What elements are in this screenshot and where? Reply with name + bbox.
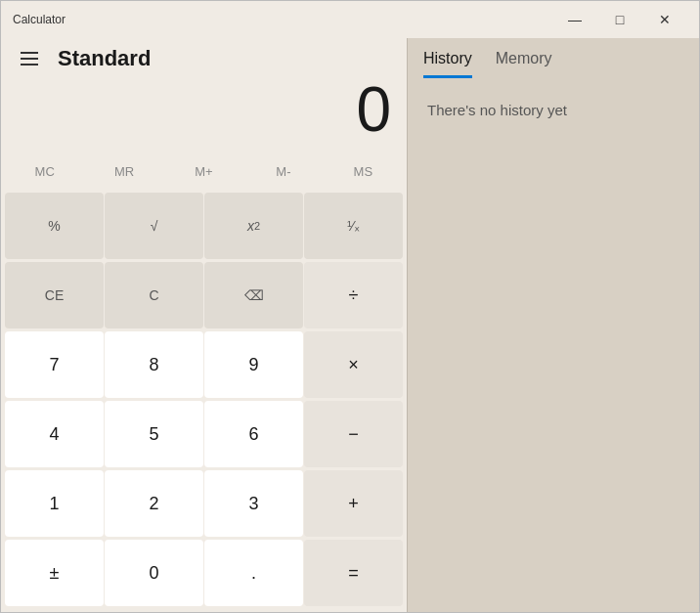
memory-minus-button[interactable]: M-: [243, 152, 323, 191]
hamburger-menu-button[interactable]: [17, 48, 42, 69]
three-button[interactable]: 3: [204, 470, 303, 537]
nine-button[interactable]: 9: [204, 331, 303, 398]
calc-header: Standard: [1, 38, 407, 75]
title-bar: Calculator — □ ✕: [1, 1, 699, 38]
subtract-button[interactable]: −: [304, 401, 403, 467]
two-button[interactable]: 2: [105, 470, 203, 537]
close-button[interactable]: ✕: [642, 1, 687, 38]
five-button[interactable]: 5: [105, 401, 203, 467]
seven-button[interactable]: 7: [5, 331, 104, 398]
ce-button[interactable]: CE: [5, 262, 104, 328]
square-button[interactable]: x2: [204, 193, 303, 259]
one-button[interactable]: 1: [5, 470, 104, 537]
calc-title: Standard: [58, 46, 151, 71]
tab-memory[interactable]: Memory: [496, 50, 552, 78]
add-button[interactable]: +: [304, 470, 403, 537]
equals-button[interactable]: =: [304, 540, 403, 606]
right-panel-content: There's no history yet: [408, 78, 699, 612]
multiply-button[interactable]: ×: [304, 331, 403, 398]
display-number: 0: [17, 75, 391, 144]
right-panel: History Memory There's no history yet: [408, 38, 699, 612]
memory-store-button[interactable]: MS: [324, 152, 403, 191]
window-controls: — □ ✕: [552, 1, 687, 38]
memory-row: MC MR M+ M- MS: [1, 152, 407, 191]
reciprocal-button[interactable]: ¹∕ₓ: [304, 193, 403, 259]
calc-display: 0: [1, 75, 407, 152]
memory-clear-button[interactable]: MC: [5, 152, 84, 191]
memory-recall-button[interactable]: MR: [84, 152, 163, 191]
four-button[interactable]: 4: [5, 401, 104, 467]
percent-button[interactable]: %: [5, 193, 104, 259]
calculator-window: Calculator — □ ✕ Standard 0 MC MR: [0, 0, 700, 613]
tab-history[interactable]: History: [423, 50, 472, 78]
memory-plus-button[interactable]: M+: [164, 152, 243, 191]
backspace-button[interactable]: ⌫: [204, 262, 303, 328]
divide-button[interactable]: ÷: [304, 262, 403, 328]
sqrt-button[interactable]: √: [105, 193, 203, 259]
eight-button[interactable]: 8: [105, 331, 203, 398]
button-grid: % √ x2 ¹∕ₓ CE C ⌫ ÷ 7 8 9 × 4 5 6 − 1 2 …: [1, 193, 407, 612]
main-content: Standard 0 MC MR M+ M- MS % √ x2 ¹∕ₓ CE: [1, 38, 699, 612]
decimal-button[interactable]: .: [204, 540, 303, 606]
zero-button[interactable]: 0: [105, 540, 203, 606]
six-button[interactable]: 6: [204, 401, 303, 467]
no-history-message: There's no history yet: [427, 102, 567, 118]
clear-button[interactable]: C: [105, 262, 203, 328]
minimize-button[interactable]: —: [552, 1, 597, 38]
maximize-button[interactable]: □: [597, 1, 642, 38]
tabs: History Memory: [408, 38, 699, 78]
window-title: Calculator: [13, 13, 552, 26]
calculator-panel: Standard 0 MC MR M+ M- MS % √ x2 ¹∕ₓ CE: [1, 38, 407, 612]
negate-button[interactable]: ±: [5, 540, 104, 606]
